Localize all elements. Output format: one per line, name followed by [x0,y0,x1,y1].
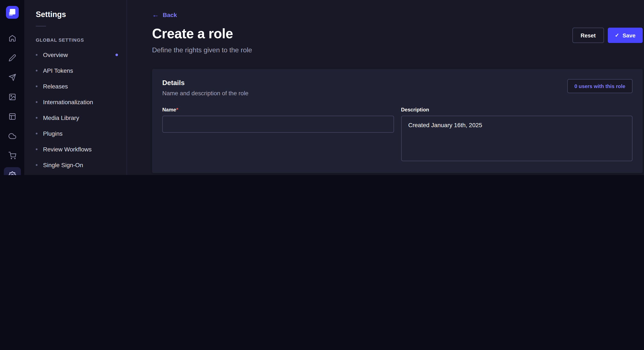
sidebar-item-label: Media Library [43,114,79,121]
description-textarea[interactable]: Created January 16th, 2025 [401,116,632,161]
bullet-icon [36,70,38,71]
details-card-header: Details Name and description of the role… [162,79,632,97]
bullet-icon [36,54,38,55]
rail-item-media-library[interactable] [4,89,21,106]
cloud-icon [8,132,16,141]
name-field-group: Name* [162,107,394,163]
bullet-icon [36,101,38,103]
page-header: Create a role Define the rights given to… [152,26,643,54]
rail-item-content-type-builder[interactable] [4,108,21,126]
users-with-role-button[interactable]: 0 users with this role [567,79,632,93]
logo-shape-shadow [9,12,12,16]
gear-icon [8,171,16,175]
sidebar-item-label: Single Sign-On [43,161,83,168]
rail-item-home[interactable] [4,30,21,47]
sidebar-item-label: Plugins [43,130,62,137]
details-card: Details Name and description of the role… [152,69,643,173]
name-label-text: Name [162,107,176,113]
save-button[interactable]: ✓ Save [608,28,643,43]
bullet-icon [36,164,38,166]
sidebar-item-overview[interactable]: Overview [24,47,126,62]
settings-sidebar: Settings GLOBAL SETTINGS Overview API To… [24,0,127,175]
sidebar-item-label: Releases [43,83,68,90]
sidebar-item-media-library[interactable]: Media Library [24,110,126,126]
sidebar-item-internationalization[interactable]: Internationalization [24,94,126,110]
rail-item-marketplace[interactable] [4,148,21,165]
app-window: KD Settings GLOBAL SETTINGS Overview API… [0,0,644,175]
layout-icon [8,113,16,121]
cart-icon [8,152,16,161]
sidebar-item-api-tokens[interactable]: API Tokens [24,62,126,78]
home-icon [8,34,16,43]
back-label: Back [163,11,177,18]
sidebar-item-label: API Tokens [43,67,73,74]
section-label-global-settings: GLOBAL SETTINGS [36,37,118,42]
sidebar-item-transfer-tokens[interactable]: Transfer Tokens [24,173,126,175]
reset-button[interactable]: Reset [572,28,604,43]
sidebar-item-review-workflows[interactable]: Review Workflows [24,141,126,157]
details-form: Name* Description Created January 16th, … [162,107,632,163]
header-actions: Reset ✓ Save [572,28,643,43]
sidebar-item-label: Overview [43,51,68,58]
sidebar-title-divider [36,26,46,26]
pen-icon [8,54,16,63]
images-icon [8,93,16,102]
main-nav-rail: KD [0,0,24,175]
notification-dot [116,53,118,56]
check-icon: ✓ [615,32,619,38]
description-field-group: Description Created January 16th, 2025 [401,107,632,163]
rail-item-settings[interactable] [4,167,21,175]
save-label: Save [622,32,636,38]
sidebar-item-releases[interactable]: Releases [24,78,126,94]
rail-item-releases[interactable] [4,69,21,86]
description-label: Description [401,107,632,113]
sidebar-title: Settings [36,10,126,19]
rail-item-deploy[interactable] [4,128,21,145]
page-header-text: Create a role Define the rights given to… [152,26,252,54]
back-arrow-icon: ← [152,11,159,18]
bullet-icon [36,133,38,134]
page-subtitle: Define the rights given to the role [152,46,252,54]
main-content: ← Back Create a role Define the rights g… [127,0,644,175]
bullet-icon [36,117,38,118]
details-title: Details [162,79,248,87]
page-title: Create a role [152,26,252,42]
details-subtitle: Name and description of the role [162,90,248,97]
sidebar-item-plugins[interactable]: Plugins [24,126,126,141]
sidebar-item-label: Internationalization [43,98,93,105]
name-input[interactable] [162,116,394,133]
bullet-icon [36,148,38,150]
rail-item-content-manager[interactable] [4,50,21,67]
sidebar-item-single-sign-on[interactable]: Single Sign-On [24,157,126,173]
required-asterisk: * [176,107,178,113]
sidebar-item-label: Review Workflows [43,146,92,153]
back-link[interactable]: ← Back [152,11,177,18]
details-card-titles: Details Name and description of the role [162,79,248,97]
name-label: Name* [162,107,394,113]
strapi-logo[interactable] [6,6,18,19]
bullet-icon [36,85,38,87]
paper-plane-icon [8,73,16,82]
